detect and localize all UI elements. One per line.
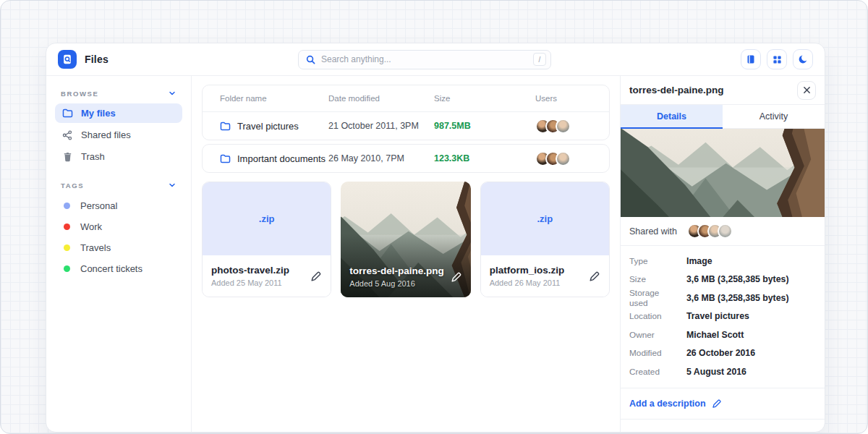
header-center: / [109, 50, 741, 69]
column-header-folder-name: Folder name [220, 94, 328, 103]
tag-item-travels[interactable]: Travels [55, 237, 182, 258]
sidebar-item-label: Trash [81, 151, 105, 162]
file-card-torres-del-paine[interactable]: torres-del-paine.png Added 5 Aug 2016 [341, 182, 470, 297]
app-header: Files / [46, 43, 825, 76]
file-details-list: Type Image Size 3,6 MB (3,258,385 bytes)… [621, 246, 825, 388]
file-cards-grid: .zip photos-travel.zip Added 25 May 2011 [202, 182, 610, 297]
shared-with-label: Shared with [629, 226, 677, 237]
row-users-avatars [535, 151, 592, 166]
table-row[interactable]: Important documents 26 May 2010, 7PM 123… [203, 145, 609, 172]
shared-with-section: Shared with [621, 217, 825, 246]
edit-pencil-icon[interactable] [451, 271, 462, 283]
sidebar-item-shared-files[interactable]: Shared files [55, 125, 182, 145]
detail-row-created: Created 5 August 2016 [629, 362, 816, 381]
detail-row-size: Size 3,6 MB (3,258,385 bytes) [629, 271, 816, 289]
close-icon [803, 86, 811, 94]
table-row[interactable]: Travel pictures 21 October 2011, 3PM 987… [203, 112, 609, 140]
file-name: photos-travel.zip [211, 265, 289, 276]
date-modified: 26 May 2010, 7PM [328, 153, 434, 163]
file-added-date: Added 25 May 2011 [211, 278, 289, 287]
tag-item-personal[interactable]: Personal [55, 195, 182, 216]
browse-label: BROWSE [61, 90, 98, 98]
file-name: platform_ios.zip [490, 265, 565, 276]
zip-badge: .zip [259, 213, 275, 224]
tab-details[interactable]: Details [621, 105, 723, 129]
column-header-users: Users [535, 94, 592, 103]
tag-label: Work [80, 221, 102, 232]
edit-pencil-icon[interactable] [589, 271, 600, 282]
avatar [556, 151, 571, 166]
tag-label: Travels [80, 242, 111, 253]
chevron-down-icon [168, 89, 176, 98]
file-size: 987.5MB [434, 121, 535, 131]
avatar [718, 224, 733, 239]
file-added-date: Added 5 Aug 2016 [349, 279, 444, 288]
app-title: Files [85, 54, 109, 65]
tag-item-work[interactable]: Work [55, 216, 182, 237]
notebook-button[interactable] [741, 49, 761, 69]
files-app-window: Files / [46, 43, 825, 433]
tags-section-header[interactable]: TAGS [55, 179, 182, 195]
image-preview[interactable] [621, 129, 825, 217]
detail-row-location: Location Travel pictures [629, 307, 816, 326]
tag-color-dot [64, 203, 70, 209]
tag-color-dot [64, 224, 70, 230]
add-description-label: Add a description [629, 399, 706, 409]
search-icon [306, 55, 315, 64]
share-icon [61, 130, 73, 140]
file-card-photos-travel[interactable]: .zip photos-travel.zip Added 25 May 2011 [202, 182, 331, 297]
edit-pencil-icon[interactable] [310, 271, 322, 282]
sidebar-item-trash[interactable]: Trash [55, 147, 182, 166]
trash-icon [61, 152, 73, 162]
edit-pencil-icon [712, 399, 722, 409]
sidebar-item-my-files[interactable]: My files [55, 103, 182, 123]
detail-row-type: Type Image [629, 252, 816, 271]
desktop-background: Files / [0, 0, 868, 434]
panel-tabs: Details Activity [621, 105, 825, 129]
folder-icon [220, 154, 231, 163]
date-modified: 21 October 2011, 3PM [328, 121, 434, 131]
tag-item-concert-tickets[interactable]: Concert tickets [55, 258, 182, 279]
search-shortcut-badge: / [533, 53, 546, 66]
file-search-icon [61, 54, 73, 65]
tag-color-dot [64, 265, 70, 272]
chevron-down-icon [168, 181, 176, 190]
close-panel-button[interactable] [797, 81, 816, 100]
file-added-date: Added 26 May 2011 [490, 278, 565, 287]
folders-table: Folder name Date modified Size Users Tra… [202, 85, 610, 140]
row-users-avatars [535, 119, 592, 134]
browse-section-header[interactable]: BROWSE [55, 88, 182, 103]
folder-icon [220, 122, 231, 131]
avatar [556, 119, 571, 134]
shared-with-avatars[interactable] [687, 224, 733, 239]
zip-preview-area: .zip [481, 182, 609, 255]
zip-badge: .zip [537, 213, 553, 224]
column-header-date-modified: Date modified [328, 94, 434, 103]
main-content: Folder name Date modified Size Users Tra… [192, 76, 620, 432]
file-card-platform-ios[interactable]: .zip platform_ios.zip Added 26 May 2011 [480, 182, 610, 297]
file-name: torres-del-paine.png [349, 265, 444, 276]
detail-row-modified: Modified 26 October 2016 [629, 344, 816, 363]
grid-view-button[interactable] [767, 49, 787, 69]
details-panel: torres-del-paine.png Details Activity [620, 76, 825, 432]
dark-mode-button[interactable] [793, 49, 813, 69]
tab-activity[interactable]: Activity [723, 105, 825, 129]
tag-label: Concert tickets [80, 263, 142, 274]
sidebar-item-label: Shared files [81, 129, 131, 140]
mountain-photo-preview [621, 129, 825, 217]
folders-table-row-2: Important documents 26 May 2010, 7PM 123… [202, 144, 610, 173]
column-header-size: Size [434, 94, 535, 103]
search-input[interactable] [321, 54, 533, 64]
tag-color-dot [64, 244, 70, 251]
sidebar-item-label: My files [81, 108, 116, 119]
notebook-icon [746, 54, 756, 64]
panel-file-title: torres-del-paine.png [629, 85, 724, 95]
add-description-button[interactable]: Add a description [621, 388, 825, 420]
app-logo[interactable] [58, 50, 77, 69]
search-bar[interactable]: / [298, 50, 551, 69]
file-size: 123.3KB [434, 153, 535, 163]
tags-label: TAGS [61, 182, 84, 190]
detail-row-owner: Owner Michael Scott [629, 326, 816, 344]
folder-name: Important documents [237, 153, 326, 164]
table-header-row: Folder name Date modified Size Users [203, 85, 609, 112]
